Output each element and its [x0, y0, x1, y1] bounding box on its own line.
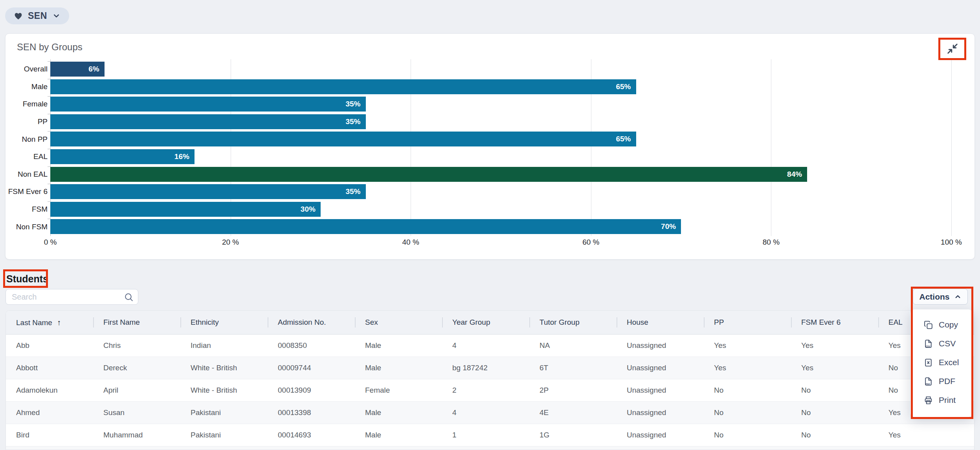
- y-axis-tick: [48, 184, 50, 184]
- table-cell: White - British: [180, 386, 268, 395]
- sen-filter-button[interactable]: SEN: [5, 7, 69, 24]
- y-axis-tick: [48, 219, 50, 219]
- chart-bar-row: Male65%: [6, 78, 974, 96]
- table-cell: 2P: [529, 386, 617, 395]
- print-icon: [923, 395, 933, 405]
- chart-card: SEN by Groups 0 %20 %40 %60 %80 %100 %Ov…: [5, 33, 975, 260]
- column-separator: [617, 317, 617, 327]
- column-header-pp[interactable]: PP: [704, 318, 791, 327]
- chart-bar[interactable]: 16%: [50, 149, 195, 164]
- chart-bar[interactable]: 70%: [50, 219, 681, 234]
- table-cell: bg 187242: [442, 364, 529, 372]
- table-cell: NA: [529, 341, 617, 350]
- copy-icon: [923, 320, 933, 330]
- table-cell: 1G: [529, 431, 617, 439]
- table-row[interactable]: AbbChrisIndian0008350Male4NAUnassignedYe…: [6, 335, 974, 357]
- table-cell: Chris: [93, 341, 180, 350]
- chart-bar-row: FSM Ever 635%: [6, 183, 974, 201]
- search-input[interactable]: [6, 289, 138, 305]
- chart-category-label: Female: [6, 100, 48, 108]
- menu-item-label: Copy: [939, 320, 958, 329]
- table-cell: 4E: [529, 408, 617, 417]
- y-axis-tick: [48, 96, 50, 97]
- column-separator: [355, 317, 356, 327]
- search-icon: [124, 292, 134, 302]
- table-cell: No: [704, 408, 791, 417]
- column-header-ethnicity[interactable]: Ethnicity: [180, 318, 268, 327]
- column-header-year-group[interactable]: Year Group: [442, 318, 529, 327]
- chart-category-label: Male: [6, 82, 48, 91]
- students-heading: Students: [6, 272, 48, 285]
- bar-value-label: 6%: [88, 65, 99, 73]
- table-cell: Yes: [704, 341, 791, 350]
- column-separator: [180, 317, 181, 327]
- column-header-sex[interactable]: Sex: [355, 318, 442, 327]
- column-header-label: EAL: [888, 318, 903, 326]
- column-header-fsm-ever-6[interactable]: FSM Ever 6: [791, 318, 878, 327]
- column-header-label: FSM Ever 6: [801, 318, 841, 326]
- menu-item-pdf[interactable]: PDFPDF: [910, 372, 973, 391]
- chart-bar-row: Overall6%: [6, 60, 974, 78]
- menu-item-label: CSV: [939, 339, 956, 348]
- chevron-down-icon: [52, 12, 61, 20]
- table-cell: Pakistani: [180, 431, 268, 439]
- column-header-last-name[interactable]: Last Name↑: [6, 318, 93, 327]
- column-separator: [442, 317, 443, 327]
- table-cell: Female: [355, 386, 442, 395]
- pdf-file-icon: PDF: [923, 377, 933, 386]
- chart-bar[interactable]: 35%: [50, 184, 366, 199]
- chart-bar-row: EAL16%: [6, 148, 974, 166]
- table-cell: No: [791, 431, 878, 439]
- column-header-label: Last Name: [16, 318, 52, 327]
- table-cell: White - British: [180, 364, 268, 372]
- menu-item-print[interactable]: Print: [910, 391, 973, 410]
- column-header-tutor-group[interactable]: Tutor Group: [529, 318, 617, 327]
- menu-item-label: Excel: [939, 358, 959, 367]
- table-cell: Bird: [6, 431, 93, 439]
- chart-category-label: PP: [6, 117, 48, 126]
- column-header-house[interactable]: House: [617, 318, 704, 327]
- chart-bar-row: Non PP65%: [6, 130, 974, 148]
- column-header-label: First Name: [103, 318, 140, 326]
- chart-bar[interactable]: 30%: [50, 202, 321, 217]
- menu-item-excel[interactable]: Excel: [910, 353, 973, 372]
- y-axis-tick: [48, 114, 50, 114]
- chart-bar[interactable]: 35%: [50, 97, 366, 112]
- table-header-row: Last Name↑First NameEthnicityAdmission N…: [6, 311, 974, 335]
- actions-button[interactable]: Actions: [913, 289, 968, 305]
- chart-bar-row: FSM30%: [6, 201, 974, 218]
- chart-bar[interactable]: 35%: [50, 114, 366, 129]
- table-cell: Male: [355, 431, 442, 439]
- table-row[interactable]: AbbottDereckWhite - British00009744Maleb…: [6, 357, 974, 379]
- column-header-label: Ethnicity: [191, 318, 219, 326]
- bar-value-label: 30%: [301, 205, 316, 214]
- column-header-first-name[interactable]: First Name: [93, 318, 180, 327]
- column-header-label: Admission No.: [278, 318, 326, 326]
- table-cell: Male: [355, 364, 442, 372]
- table-cell: 00014693: [268, 431, 355, 439]
- chart-bar[interactable]: 65%: [50, 132, 636, 146]
- menu-item-csv[interactable]: CSVCSV: [910, 334, 973, 353]
- y-axis-tick: [48, 61, 50, 62]
- table-cell: Unassigned: [617, 364, 704, 372]
- menu-item-copy[interactable]: Copy: [910, 315, 973, 334]
- table-cell: 1: [442, 431, 529, 439]
- chart-bar[interactable]: 6%: [50, 62, 105, 77]
- table-cell: 00013398: [268, 408, 355, 417]
- column-header-admission-no-[interactable]: Admission No.: [268, 318, 355, 327]
- sen-filter-label: SEN: [28, 11, 47, 21]
- table-row[interactable]: AhmedSusanPakistani00013398Male44EUnassi…: [6, 402, 974, 424]
- table-row[interactable]: BirdMuhammadPakistani00014693Male11GUnas…: [6, 424, 974, 446]
- column-separator: [791, 317, 792, 327]
- chart-bar[interactable]: 84%: [50, 167, 807, 182]
- chart-category-label: FSM: [6, 205, 48, 214]
- csv-file-icon: CSV: [923, 339, 933, 349]
- table-cell: Yes: [878, 431, 974, 439]
- table-row[interactable]: AdamolekunAprilWhite - British00013909Fe…: [6, 379, 974, 402]
- bar-value-label: 70%: [661, 222, 676, 231]
- bar-value-label: 84%: [787, 170, 802, 179]
- chart-bar[interactable]: 65%: [50, 79, 636, 94]
- table-cell: Unassigned: [617, 386, 704, 395]
- chart-category-label: Overall: [6, 65, 48, 73]
- column-header-label: Year Group: [452, 318, 490, 326]
